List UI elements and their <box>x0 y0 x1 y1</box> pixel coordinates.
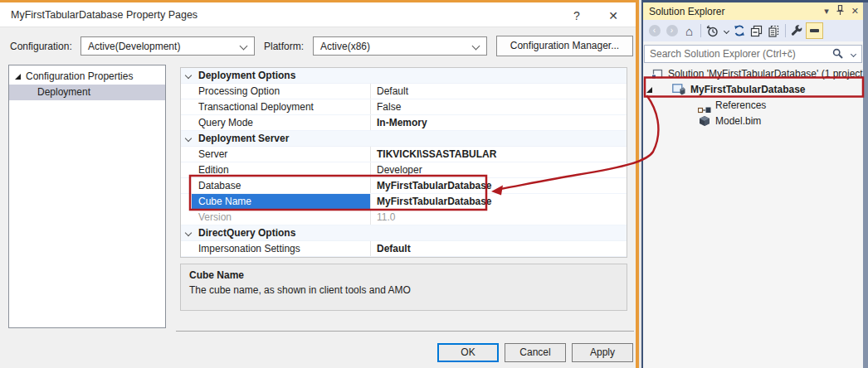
grid-value: 11.0 <box>370 210 627 225</box>
grid-value[interactable]: Developer <box>370 162 627 177</box>
grid-value[interactable]: False <box>370 99 627 114</box>
configuration-label: Configuration: <box>10 41 72 52</box>
search-box[interactable] <box>644 45 862 63</box>
filter-dropdown-button[interactable] <box>721 22 730 40</box>
platform-label: Platform: <box>264 41 304 52</box>
grid-value[interactable]: MyFirstTabularDatabase <box>370 178 627 193</box>
grid-row-server[interactable]: ServerTIKVICKI\SSASTABULAR <box>181 147 627 162</box>
property-description-box: Cube Name The cube name, as shown in cli… <box>180 264 627 311</box>
close-button[interactable]: ✕ <box>601 7 626 25</box>
collapse-all-button[interactable] <box>748 22 765 40</box>
expanded-triangle-icon[interactable] <box>15 74 21 80</box>
grid-category-row[interactable]: DirectQuery Options <box>181 225 627 241</box>
chevron-down-icon <box>185 230 192 236</box>
grid-row-transactional-deployment[interactable]: Transactional DeploymentFalse <box>181 99 627 115</box>
description-title: Cube Name <box>189 269 618 281</box>
search-input[interactable] <box>650 46 816 61</box>
grid-row-processing-option[interactable]: Processing OptionDefault <box>181 84 627 99</box>
category-label: DirectQuery Options <box>198 227 295 239</box>
preview-selected-items-toggle[interactable] <box>806 22 823 40</box>
show-all-files-icon <box>768 25 780 37</box>
platform-value: Active(x86) <box>320 41 370 52</box>
tree-item-label: Model.bim <box>715 114 761 129</box>
grid-value[interactable]: Default <box>370 84 627 99</box>
grid-category-row[interactable]: Deployment Options <box>181 68 627 84</box>
pending-changes-filter-button[interactable] <box>704 22 721 40</box>
solution-explorer-title: Solution Explorer <box>649 6 724 17</box>
grid-value[interactable]: Default <box>370 241 627 256</box>
solution-explorer-titlebar[interactable]: Solution Explorer ▾ ✕ <box>643 2 863 20</box>
cube-model-icon <box>699 115 710 132</box>
forward-button[interactable]: › <box>663 22 680 40</box>
toolbar-separator <box>700 24 701 37</box>
ok-button[interactable]: OK <box>437 343 499 362</box>
refresh-button[interactable] <box>730 22 748 40</box>
help-button[interactable]: ? <box>566 7 588 25</box>
solution-tree: Solution 'MyFirstTabularDatabase' (1 pro… <box>643 66 863 129</box>
grid-row-version: Version11.0 <box>181 210 627 225</box>
chevron-down-icon <box>472 42 480 51</box>
tree-item-references[interactable]: References <box>643 98 863 114</box>
show-all-files-button[interactable] <box>765 22 783 40</box>
footer-separator <box>176 331 634 332</box>
category-label: Deployment Options <box>198 70 295 81</box>
properties-button[interactable] <box>788 22 806 40</box>
refresh-icon <box>734 25 745 36</box>
tree-item-label: References <box>715 98 766 114</box>
dialog-nav-tree: Configuration Properties Deployment <box>8 65 166 328</box>
search-icon[interactable] <box>832 48 843 61</box>
nav-item-label: Configuration Properties <box>26 70 133 82</box>
grid-row-database[interactable]: DatabaseMyFirstTabularDatabase <box>181 178 627 194</box>
grid-value[interactable]: MyFirstTabularDatabase <box>370 194 627 209</box>
expanded-triangle-icon[interactable] <box>646 87 652 93</box>
cancel-button[interactable]: Cancel <box>505 343 566 362</box>
grid-row-impersonation-settings[interactable]: Impersonation SettingsDefault <box>181 241 627 257</box>
close-icon[interactable]: ✕ <box>851 2 859 20</box>
chevron-down-icon <box>723 27 729 33</box>
configuration-manager-button[interactable]: Configuration Manager... <box>496 36 633 56</box>
clock-filter-icon <box>706 25 719 37</box>
tree-item-label: MyFirstTabularDatabase <box>690 82 806 98</box>
category-label: Deployment Server <box>198 133 289 144</box>
home-button[interactable]: ⌂ <box>680 22 698 40</box>
nav-item-configuration-properties[interactable]: Configuration Properties <box>9 69 165 85</box>
solution-explorer-toolbar: ‹ › ⌂ <box>643 20 863 41</box>
platform-select[interactable]: Active(x86) <box>313 36 487 56</box>
forward-icon: › <box>666 25 678 36</box>
chevron-down-icon <box>185 135 192 142</box>
pin-icon[interactable] <box>836 5 844 17</box>
wrench-icon <box>791 25 803 37</box>
vs-right-edge-strip <box>863 2 868 368</box>
tree-item-model-bim[interactable]: Model.bim <box>643 114 863 129</box>
chevron-down-icon <box>240 42 248 51</box>
grid-value[interactable]: In-Memory <box>370 115 627 130</box>
nav-item-label: Deployment <box>37 86 90 98</box>
property-grid: Deployment Options Processing OptionDefa… <box>180 67 627 258</box>
grid-row-query-mode[interactable]: Query ModeIn-Memory <box>181 115 627 131</box>
collapse-all-icon <box>750 25 763 37</box>
grid-value[interactable]: TIKVICKI\SSASTABULAR <box>370 147 627 162</box>
tree-item-solution[interactable]: Solution 'MyFirstTabularDatabase' (1 pro… <box>643 66 863 82</box>
back-icon: ‹ <box>649 25 661 36</box>
grid-category-row[interactable]: Deployment Server <box>181 131 627 147</box>
toolbar-separator <box>785 24 786 37</box>
tree-item-label: Solution 'MyFirstTabularDatabase' (1 pro… <box>668 66 863 82</box>
grid-row-edition[interactable]: EditionDeveloper <box>181 162 627 178</box>
dialog-title: MyFirstTabularDatabase Property Pages <box>11 9 197 21</box>
search-options-chevron-icon[interactable] <box>851 51 856 57</box>
screenshot-root: MyFirstTabularDatabase Property Pages ? … <box>0 0 868 368</box>
configuration-value: Active(Development) <box>88 41 180 52</box>
description-text: The cube name, as shown in client tools … <box>189 284 618 296</box>
tree-item-project[interactable]: MyFirstTabularDatabase <box>643 82 863 98</box>
window-menu-chevron-icon[interactable]: ▾ <box>824 2 829 20</box>
solution-explorer-panel: Solution Explorer ▾ ✕ ‹ › ⌂ <box>643 2 863 368</box>
grid-row-cube-name-selected[interactable]: Cube NameMyFirstTabularDatabase <box>181 194 627 210</box>
apply-button[interactable]: Apply <box>572 343 633 362</box>
nav-item-deployment[interactable]: Deployment <box>9 85 165 100</box>
home-icon: ⌂ <box>685 24 693 38</box>
configuration-select[interactable]: Active(Development) <box>80 36 255 56</box>
chevron-down-icon <box>185 72 192 79</box>
dialog-titlebar: MyFirstTabularDatabase Property Pages ? … <box>0 2 636 27</box>
back-button[interactable]: ‹ <box>646 22 663 40</box>
preview-selected-items-icon <box>806 22 823 39</box>
